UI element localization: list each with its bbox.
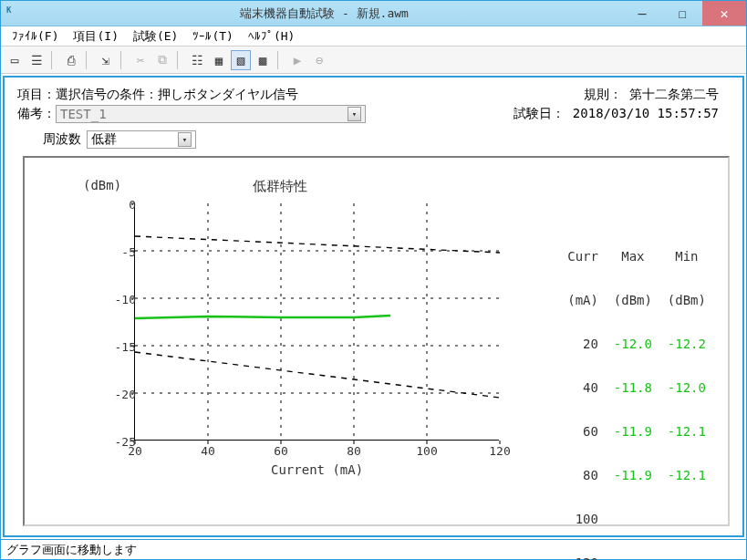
note-field[interactable]: TEST_1 ▾ <box>56 105 366 123</box>
rule-value: 第十二条第二号 <box>629 87 719 101</box>
print-icon[interactable]: ⎙ <box>61 50 81 70</box>
table-row: 20 -12.0 -12.2 <box>567 337 706 351</box>
chart-title: 低群特性 <box>253 178 307 195</box>
xtick: 20 <box>121 444 149 458</box>
table-row: 100 <box>567 512 706 526</box>
item-value: 選択信号の条件：押しボタンダイヤル信号 <box>56 87 298 103</box>
table-row: 60 -11.9 -12.1 <box>567 424 706 439</box>
plot-area <box>134 203 499 441</box>
minimize-button[interactable]: — <box>622 1 662 26</box>
chevron-down-icon[interactable]: ▾ <box>178 132 192 147</box>
note-label: 備考： <box>17 106 56 122</box>
ytick: -5 <box>109 245 136 259</box>
view1-icon[interactable]: ☷ <box>187 50 207 70</box>
freq-label: 周波数 <box>43 131 81 148</box>
chart: (dBm) 低群特性 <box>79 178 508 560</box>
note-value: TEST_1 <box>60 107 107 121</box>
xtick: 100 <box>413 444 441 458</box>
data-table: Curr Max Min (mA) (dBm) (dBm) 20 -12.0 -… <box>567 220 706 560</box>
xtick: 60 <box>267 444 295 458</box>
graph-icon[interactable]: ▧ <box>231 50 251 70</box>
maximize-button[interactable]: ☐ <box>662 1 702 26</box>
view2-icon[interactable]: ▦ <box>209 50 229 70</box>
client-area: 項目： 選択信号の条件：押しボタンダイヤル信号 規則： 第十二条第二号 備考： … <box>3 76 744 537</box>
series-upper-dash <box>135 236 500 253</box>
series-measured <box>135 316 390 318</box>
item-label: 項目： <box>17 87 56 103</box>
freq-combo[interactable]: 低群 ▾ <box>87 130 196 149</box>
date-label: 試験日： <box>514 106 565 120</box>
graph-panel: (dBm) 低群特性 <box>23 156 730 526</box>
save-icon[interactable]: ☰ <box>26 50 47 70</box>
table-row: 40 -11.8 -12.0 <box>567 380 706 395</box>
titlebar[interactable]: K 端末機器自動試験 - 新規.awm — ☐ ✕ <box>1 1 746 26</box>
app-window: K 端末機器自動試験 - 新規.awm — ☐ ✕ ﾌｧｲﾙ(F) 項目(I) … <box>0 0 747 560</box>
table-row: 80 -11.9 -12.1 <box>567 468 706 482</box>
menu-tool[interactable]: ﾂｰﾙ(T) <box>185 27 240 45</box>
window-title: 端末機器自動試験 - 新規.awm <box>26 5 622 22</box>
close-button[interactable]: ✕ <box>702 1 746 26</box>
v-gridlines <box>208 203 427 441</box>
max-icon[interactable]: ▩ <box>253 50 273 70</box>
xtick: 120 <box>486 444 514 458</box>
xtick: 80 <box>340 444 368 458</box>
menu-test[interactable]: 試験(E) <box>126 26 185 47</box>
x-axis-label: Current (mA) <box>271 462 363 477</box>
series-lower-dash <box>135 352 500 398</box>
cut-icon[interactable]: ✂ <box>130 50 150 70</box>
app-logo-icon: K <box>6 5 26 22</box>
menu-file[interactable]: ﾌｧｲﾙ(F) <box>5 27 66 45</box>
stop-icon[interactable]: ⊖ <box>309 50 329 70</box>
table-row: 120 <box>567 555 706 560</box>
tick-marks <box>131 203 500 444</box>
y-axis-label: (dBm) <box>83 178 121 192</box>
open-icon[interactable]: ▭ <box>5 50 25 70</box>
toolbar: ▭ ☰ ⎙ ⇲ ✂ ⧉ ☷ ▦ ▧ ▩ ▶ ⊖ <box>1 47 746 74</box>
ytick: -10 <box>109 293 136 306</box>
h-gridlines <box>135 251 500 393</box>
freq-value: 低群 <box>91 131 117 148</box>
export-icon[interactable]: ⇲ <box>96 50 116 70</box>
rule-label: 規則： <box>584 87 622 101</box>
copy-icon[interactable]: ⧉ <box>152 50 172 70</box>
date-value: 2018/03/10 15:57:57 <box>573 106 719 120</box>
menubar: ﾌｧｲﾙ(F) 項目(I) 試験(E) ﾂｰﾙ(T) ﾍﾙﾌﾟ(H) <box>1 26 746 47</box>
menu-help[interactable]: ﾍﾙﾌﾟ(H) <box>241 27 302 45</box>
xtick: 40 <box>194 444 222 458</box>
ytick: -20 <box>109 388 136 401</box>
ytick: -15 <box>109 340 136 354</box>
play-icon[interactable]: ▶ <box>287 50 307 70</box>
menu-item[interactable]: 項目(I) <box>66 26 125 47</box>
ytick: 0 <box>109 198 136 212</box>
chevron-down-icon[interactable]: ▾ <box>348 107 361 121</box>
